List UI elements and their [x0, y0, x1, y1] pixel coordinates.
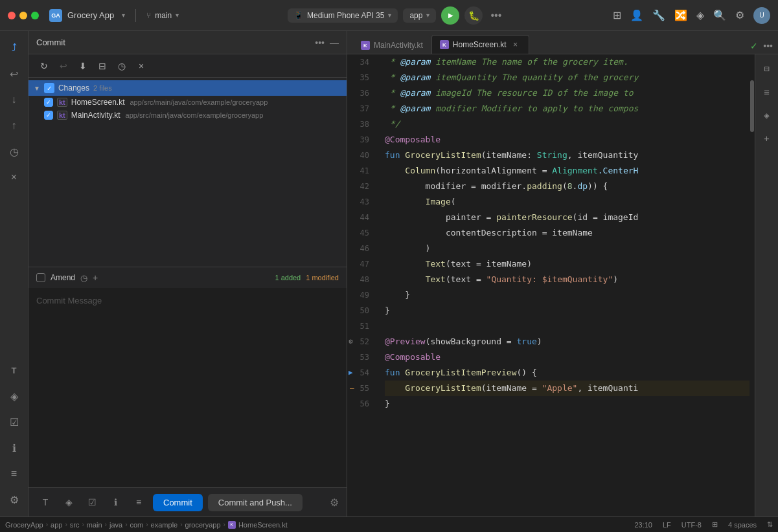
line-ending[interactable]: LF [663, 521, 671, 529]
breadcrumb-main[interactable]: main [87, 521, 102, 529]
log-icon[interactable]: ≡ [130, 493, 148, 511]
sidebar-icon-vcs[interactable]: ⤴ [3, 36, 26, 60]
breadcrumb-src[interactable]: src [70, 521, 80, 529]
device-dropdown-icon: ▾ [388, 12, 391, 19]
file-item-homescreen[interactable]: kt HomeScreen.kt app/src/main/java/com/e… [29, 96, 347, 109]
editor-scrollbar[interactable] [749, 54, 755, 516]
emoji-icon[interactable]: ◈ [60, 493, 78, 511]
app-target-selector[interactable]: app ▾ [403, 8, 436, 23]
breadcrumb-groceryapp[interactable]: GroceryApp [5, 521, 43, 529]
format-icon[interactable]: T [36, 493, 54, 511]
info-icon[interactable]: ℹ [106, 493, 124, 511]
line-num-52: ⚙52 [347, 334, 374, 349]
device-selector[interactable]: 📱 Medium Phone API 35 ▾ [288, 8, 398, 23]
sidebar-icon-terminal[interactable]: T [3, 359, 26, 382]
line-num-49: 49 [347, 287, 374, 303]
breadcrumb-java[interactable]: java [109, 521, 122, 529]
git-status-icon[interactable]: ⇅ [767, 520, 773, 529]
sidebar-icon-logcat[interactable]: ≡ [3, 462, 26, 485]
editor-settings-icon[interactable]: + [758, 129, 776, 148]
code-line-55: GroceryListItem(itemName = "Apple", item… [385, 381, 749, 396]
amend-clock-icon[interactable]: ◷ [80, 273, 87, 283]
sidebar-icon-close[interactable]: × [3, 166, 26, 189]
branch-dropdown-icon[interactable]: ▾ [176, 12, 179, 19]
avatar[interactable]: U [753, 7, 770, 24]
breadcrumb-filename: HomeScreen.kt [238, 521, 288, 529]
vcs-icon[interactable]: 🔀 [674, 9, 687, 21]
close-toolbar-button[interactable]: × [133, 58, 149, 74]
sidebar-icon-history[interactable]: ◷ [3, 140, 26, 163]
git-blame-icon[interactable]: ⊟ [758, 60, 776, 78]
breadcrumb-groceryapp-pkg[interactable]: groceryapp [185, 521, 221, 529]
column-selector-icon[interactable]: ⊞ [712, 520, 718, 529]
structure-icon[interactable]: ≡ [758, 83, 776, 101]
gutter-preview-icon[interactable]: ▶ [349, 365, 353, 381]
line-num-38: 38 [347, 116, 374, 132]
sidebar-icon-fetch[interactable]: ↓ [3, 88, 26, 111]
commit-settings-icon[interactable]: ⚙ [330, 496, 339, 509]
refresh-toolbar-button[interactable]: ↻ [36, 58, 52, 74]
tab-close-homescreen[interactable]: × [510, 39, 521, 50]
sidebar-icon-push[interactable]: ↑ [3, 114, 26, 137]
amend-checkbox[interactable] [36, 273, 45, 282]
panel-minimize-icon[interactable]: — [330, 38, 339, 48]
indent-mode[interactable]: 4 spaces [728, 521, 757, 529]
diff-toolbar-button[interactable]: ⊟ [95, 58, 110, 74]
code-line-37: * @param modifier Modifier to apply to t… [385, 101, 749, 116]
notifications-icon[interactable]: ⊞ [613, 9, 621, 21]
sidebar-icon-undo[interactable]: ↩ [3, 62, 26, 85]
branch-toolbar-button[interactable]: ◷ [114, 58, 130, 74]
gutter-settings-icon[interactable]: ⚙ [349, 334, 353, 349]
panel-header-icons: ••• — [315, 38, 339, 48]
code-line-50: } [385, 303, 749, 318]
changes-checkbox[interactable]: ✓ [44, 83, 54, 93]
file-checkbox-mainactivity[interactable] [44, 111, 53, 120]
encoding[interactable]: UTF-8 [681, 521, 702, 529]
profile-icon[interactable]: 👤 [630, 9, 643, 21]
breadcrumb-example[interactable]: example [151, 521, 178, 529]
code-editor[interactable]: 34 35 36 37 38 39 40 41 42 43 44 45 46 4… [347, 54, 778, 516]
file-type-icon-mainactivity: kt [57, 111, 67, 120]
tools-icon[interactable]: 🔧 [652, 9, 665, 21]
changes-header[interactable]: ▼ ✓ Changes 2 files [29, 80, 347, 96]
commit-push-button[interactable]: Commit and Push... [208, 494, 303, 511]
sidebar-icons: ⤴ ↩ ↓ ↑ ◷ × T ◈ ☑ ℹ ≡ ⚙ [0, 31, 29, 516]
close-window-button[interactable] [8, 12, 16, 19]
breadcrumb-app[interactable]: app [51, 521, 62, 529]
run-button[interactable] [441, 6, 459, 25]
file-item-mainactivity[interactable]: kt MainActivity.kt app/src/main/java/com… [29, 109, 347, 122]
sidebar-icon-plugin[interactable]: ◈ [3, 384, 26, 408]
commit-message-input[interactable] [29, 288, 347, 487]
sidebar-icon-todo[interactable]: ☑ [3, 410, 26, 434]
commit-button[interactable]: Commit [153, 494, 203, 511]
sidebar-icon-info[interactable]: ℹ [3, 436, 26, 460]
template-icon[interactable]: ☑ [83, 493, 101, 511]
copilot-icon[interactable]: ◈ [696, 9, 704, 21]
panel-ellipsis-icon[interactable]: ••• [315, 38, 325, 48]
app-target-dropdown-icon: ▾ [426, 12, 429, 19]
bookmarks-icon[interactable]: ◈ [758, 106, 776, 124]
breadcrumb-file[interactable]: K HomeScreen.kt [228, 521, 288, 529]
settings-icon[interactable]: ⚙ [735, 9, 744, 21]
sidebar-icon-settings[interactable]: ⚙ [3, 488, 26, 511]
minimize-window-button[interactable] [19, 12, 27, 19]
line-num-42: 42 [347, 179, 374, 194]
more-options-button[interactable]: ••• [488, 10, 504, 21]
separator [135, 9, 136, 22]
branch-name: main [155, 11, 172, 20]
cursor-position[interactable]: 23:10 [634, 521, 652, 529]
search-icon[interactable]: 🔍 [713, 9, 726, 21]
breadcrumb-com[interactable]: com [130, 521, 143, 529]
title-bar: GA Grocery App ▾ ⑂ main ▾ 📱 Medium Phone… [0, 0, 778, 31]
file-checkbox-homescreen[interactable] [44, 98, 53, 107]
tab-more-icon[interactable]: ••• [763, 41, 773, 51]
app-dropdown-icon[interactable]: ▾ [122, 12, 125, 19]
maximize-window-button[interactable] [31, 12, 39, 19]
debug-button[interactable]: 🐛 [464, 6, 483, 25]
revert-toolbar-button[interactable]: ⬇ [75, 58, 91, 74]
amend-plus-icon[interactable]: + [93, 272, 98, 283]
code-line-51 [385, 318, 749, 334]
branch-info[interactable]: ⑂ main ▾ [146, 11, 179, 20]
tab-homescreen[interactable]: K HomeScreen.kt × [431, 35, 529, 54]
tab-mainactivity[interactable]: K MainActivity.kt [352, 36, 431, 54]
